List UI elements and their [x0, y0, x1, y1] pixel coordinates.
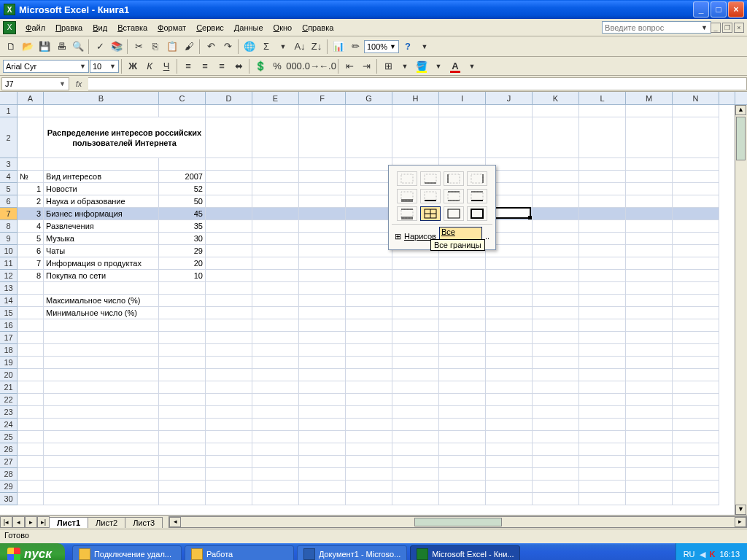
cell-I27[interactable]	[439, 456, 486, 468]
cell-F9[interactable]	[299, 233, 346, 245]
cell-E26[interactable]	[252, 443, 299, 456]
cell-K8[interactable]	[533, 220, 579, 233]
cell-N28[interactable]	[673, 468, 719, 481]
col-header-D[interactable]: D	[206, 92, 252, 104]
paste-icon[interactable]: 📋	[164, 39, 180, 55]
cell-B19[interactable]	[44, 357, 159, 369]
cell-M22[interactable]	[626, 394, 673, 406]
row-header-20[interactable]: 20	[0, 369, 18, 381]
cell-M14[interactable]	[626, 295, 673, 307]
cell-F4[interactable]	[299, 171, 346, 183]
cell-K22[interactable]	[533, 394, 579, 406]
row-header-4[interactable]: 4	[0, 171, 18, 183]
cell-B4[interactable]: Вид интересов	[44, 171, 159, 183]
horizontal-scrollbar[interactable]: ◂▸	[169, 516, 747, 528]
hyperlink-icon[interactable]: 🌐	[241, 39, 258, 55]
merge-center-icon[interactable]: ⬌	[231, 58, 247, 74]
cell-H1[interactable]	[392, 105, 439, 117]
cell-J19[interactable]	[486, 357, 533, 369]
clock[interactable]: 16:13	[719, 550, 740, 559]
cell-C10[interactable]: 29	[159, 245, 206, 257]
cut-icon[interactable]: ✂	[131, 39, 147, 55]
chart-wizard-icon[interactable]: 📊	[330, 39, 347, 55]
row-header-12[interactable]: 12	[0, 270, 18, 282]
cell-K7[interactable]	[533, 208, 579, 220]
row-header-25[interactable]: 25	[0, 431, 18, 443]
cell-E2[interactable]	[252, 117, 299, 158]
drawing-icon[interactable]: ✏	[347, 39, 363, 55]
menu-Вид[interactable]: Вид	[88, 22, 112, 34]
cell-J2[interactable]	[486, 117, 533, 158]
cell-G12[interactable]	[346, 270, 392, 282]
cell-C5[interactable]: 52	[159, 183, 206, 195]
cell-D7[interactable]	[206, 208, 252, 220]
excel-doc-icon[interactable]: X	[3, 21, 16, 34]
cell-L22[interactable]	[579, 394, 626, 406]
cell-M10[interactable]	[626, 245, 673, 257]
cell-E25[interactable]	[252, 431, 299, 443]
cell-C30[interactable]	[159, 493, 206, 505]
cell-M21[interactable]	[626, 381, 673, 394]
cell-K10[interactable]	[533, 245, 579, 257]
fill-color-arrow-icon[interactable]: ▼	[430, 58, 446, 74]
font-color-icon[interactable]: A	[447, 58, 463, 74]
border-preset-0[interactable]	[397, 171, 417, 186]
cell-G11[interactable]	[346, 257, 392, 270]
cell-N10[interactable]	[673, 245, 719, 257]
cell-C20[interactable]	[159, 369, 206, 381]
taskbar-item[interactable]: Документ1 - Microso...	[297, 545, 407, 560]
cell-F23[interactable]	[299, 406, 346, 419]
cell-G4[interactable]	[346, 171, 392, 183]
cell-F14[interactable]	[299, 295, 346, 307]
row-header-13[interactable]: 13	[0, 282, 18, 295]
cell-H24[interactable]	[392, 419, 439, 431]
cell-E9[interactable]	[252, 233, 299, 245]
cell-J12[interactable]	[486, 270, 533, 282]
border-preset-6[interactable]	[444, 189, 464, 203]
cell-D14[interactable]	[206, 295, 252, 307]
vertical-scrollbar[interactable]: ▲ ▼	[735, 105, 747, 515]
cell-H22[interactable]	[392, 394, 439, 406]
cell-N8[interactable]	[673, 220, 719, 233]
cell-B27[interactable]	[44, 456, 159, 468]
cell-I11[interactable]	[439, 257, 486, 270]
sort-desc-icon[interactable]: Z↓	[309, 39, 325, 55]
cell-K18[interactable]	[533, 344, 579, 357]
row-header-9[interactable]: 9	[0, 233, 18, 245]
cell-D10[interactable]	[206, 245, 252, 257]
cell-N22[interactable]	[673, 394, 719, 406]
cell-H17[interactable]	[392, 332, 439, 344]
cell-E6[interactable]	[252, 195, 299, 208]
cell-L2[interactable]	[579, 117, 626, 158]
cell-D16[interactable]	[206, 319, 252, 332]
mdi-restore-button[interactable]: ❐	[722, 23, 732, 33]
mdi-minimize-button[interactable]: _	[711, 23, 721, 33]
cell-D26[interactable]	[206, 443, 252, 456]
print-icon[interactable]: 🖶	[53, 39, 69, 55]
font-combo[interactable]: Arial Cyr▼	[3, 60, 89, 73]
cell-C13[interactable]	[159, 282, 206, 295]
cell-B3[interactable]	[44, 158, 159, 171]
cell-F24[interactable]	[299, 419, 346, 431]
cell-G21[interactable]	[346, 381, 392, 394]
cell-G1[interactable]	[346, 105, 392, 117]
cell-H13[interactable]	[392, 282, 439, 295]
cell-M5[interactable]	[626, 183, 673, 195]
cell-A24[interactable]	[18, 419, 44, 431]
fx-icon[interactable]: fx	[69, 79, 88, 88]
cell-H27[interactable]	[392, 456, 439, 468]
cell-C16[interactable]	[159, 319, 206, 332]
cell-K13[interactable]	[533, 282, 579, 295]
cell-B17[interactable]	[44, 332, 159, 344]
cell-N17[interactable]	[673, 332, 719, 344]
cell-J17[interactable]	[486, 332, 533, 344]
cell-L25[interactable]	[579, 431, 626, 443]
cell-K9[interactable]	[533, 233, 579, 245]
cell-C9[interactable]: 30	[159, 233, 206, 245]
cell-L29[interactable]	[579, 481, 626, 493]
cell-A5[interactable]: 1	[18, 183, 44, 195]
cell-B2[interactable]: Распределение интересов российских польз…	[44, 117, 206, 158]
spelling-icon[interactable]: ✓	[92, 39, 108, 55]
cell-G6[interactable]	[346, 195, 392, 208]
worksheet-grid[interactable]: ABCDEFGHIJKLMN 1234567891011121314151617…	[0, 92, 747, 515]
